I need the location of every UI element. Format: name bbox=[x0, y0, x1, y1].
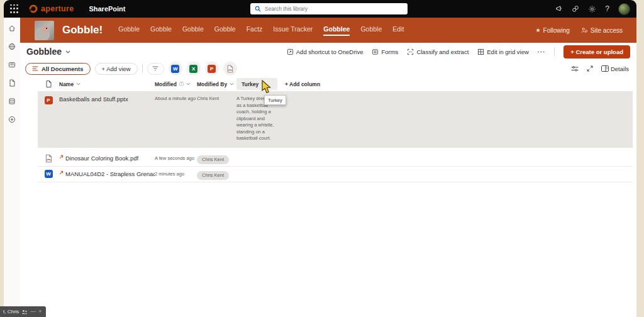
aperture-ring-icon bbox=[29, 4, 38, 13]
create-or-upload-button[interactable]: + Create or upload bbox=[564, 45, 630, 58]
info-icon: ⓘ bbox=[179, 81, 184, 87]
table-row[interactable]: W MANUAL04D2 - Strapless Grenade Launch.… bbox=[38, 167, 633, 182]
aperture-logo[interactable]: aperture bbox=[29, 4, 74, 13]
nav-item[interactable]: Factz bbox=[247, 25, 263, 36]
name-column-header[interactable]: Name bbox=[59, 81, 155, 87]
search-icon bbox=[255, 6, 261, 12]
classify-icon bbox=[407, 48, 414, 55]
forms-icon bbox=[372, 48, 379, 55]
divider bbox=[142, 64, 143, 73]
brand-name: aperture bbox=[41, 4, 74, 13]
link-icon[interactable] bbox=[572, 5, 579, 13]
nav-item[interactable]: Gobble bbox=[118, 25, 140, 36]
modified-by-column-header[interactable]: Modified By bbox=[197, 81, 236, 87]
excel-icon: X bbox=[189, 65, 197, 73]
add-column-button[interactable]: + Add column bbox=[285, 81, 345, 87]
divider bbox=[554, 47, 555, 56]
database-icon[interactable] bbox=[8, 97, 16, 105]
word-file-icon: W bbox=[45, 170, 53, 178]
nav-item[interactable]: Edit bbox=[392, 25, 404, 36]
tune-button[interactable] bbox=[571, 65, 579, 72]
site-access-button[interactable]: Site access bbox=[581, 27, 623, 34]
search-input[interactable] bbox=[265, 6, 403, 12]
home-icon[interactable] bbox=[8, 25, 16, 32]
site-header: Gobble! Gobble Gobble Gobble Gobble Fact… bbox=[20, 18, 636, 43]
add-view-button[interactable]: + Add view bbox=[95, 63, 138, 75]
call-participant-label: t, Chris bbox=[3, 309, 19, 314]
details-button[interactable]: Details bbox=[601, 65, 629, 72]
user-avatar[interactable] bbox=[618, 3, 630, 15]
classify-extract-button[interactable]: Classify and extract bbox=[407, 48, 469, 55]
modified-column-header[interactable]: Modified ⓘ bbox=[155, 81, 197, 87]
chevron-down-icon bbox=[261, 82, 265, 86]
more-actions-button[interactable]: ··· bbox=[538, 48, 546, 55]
turkey-tooltip: Turkey bbox=[264, 95, 286, 105]
document-list: Name Modified ⓘ Modified By Turkey bbox=[20, 77, 636, 182]
table-row[interactable]: Dinosaur Coloring Book.pdf A few seconds… bbox=[38, 151, 633, 167]
filter-icon bbox=[152, 66, 158, 71]
nav-item[interactable]: Gobble bbox=[182, 25, 204, 36]
powerpoint-icon: P bbox=[208, 65, 216, 73]
file-name[interactable]: MANUAL04D2 - Strapless Grenade Launch... bbox=[59, 170, 155, 177]
modified-by-pill[interactable]: Chris Kent bbox=[197, 171, 229, 180]
help-icon[interactable]: ? bbox=[605, 5, 609, 13]
add-circle-icon[interactable] bbox=[8, 116, 16, 123]
forms-button[interactable]: Forms bbox=[372, 48, 398, 55]
word-icon: W bbox=[171, 65, 179, 73]
table-row[interactable]: P Basketballs and Stuff.pptx About a min… bbox=[38, 91, 633, 148]
modified-by-pill[interactable]: Chris Kent bbox=[197, 155, 229, 164]
sharepoint-window: aperture SharePoint ? bbox=[4, 0, 636, 317]
globe-icon[interactable] bbox=[8, 43, 16, 50]
modified-value: 2 minutes ago bbox=[155, 171, 197, 177]
grid-view-button[interactable]: Edit in grid view bbox=[477, 48, 529, 55]
pdf-template-button[interactable] bbox=[223, 62, 237, 75]
details-pane-icon bbox=[601, 65, 609, 72]
minimize-button[interactable]: — bbox=[30, 309, 36, 314]
feedback-megaphone-icon[interactable] bbox=[555, 5, 563, 13]
chevron-down-icon bbox=[65, 50, 70, 53]
nav-item[interactable]: Gobble bbox=[214, 25, 236, 36]
expand-icon bbox=[587, 65, 593, 72]
library-title[interactable]: Gobblee bbox=[26, 47, 70, 57]
grid-icon bbox=[477, 48, 484, 55]
site-title[interactable]: Gobble! bbox=[62, 24, 103, 36]
nav-item[interactable]: Issue Tracker bbox=[273, 25, 313, 36]
call-overlay[interactable]: t, Chris — + bbox=[0, 306, 46, 317]
following-button[interactable]: ★ Following bbox=[536, 27, 570, 34]
search-box[interactable] bbox=[250, 3, 408, 14]
pdf-file-icon bbox=[45, 154, 53, 163]
page-icon bbox=[45, 80, 52, 88]
file-name[interactable]: Basketballs and Stuff.pptx bbox=[59, 96, 155, 103]
document-icon[interactable] bbox=[9, 79, 16, 87]
file-type-column[interactable] bbox=[38, 80, 59, 88]
nav-item-active[interactable]: Gobblee bbox=[323, 25, 350, 36]
nav-item[interactable]: Gobble bbox=[360, 25, 382, 36]
nav-item[interactable]: Gobble bbox=[150, 25, 172, 36]
sliders-icon bbox=[571, 65, 579, 72]
command-bar: All Documents + Add view W X P bbox=[20, 60, 636, 77]
add-button[interactable]: + bbox=[38, 309, 42, 314]
app-launcher-icon[interactable] bbox=[10, 4, 19, 14]
modified-value: About a minute ago bbox=[155, 96, 197, 101]
settings-gear-icon[interactable] bbox=[588, 5, 596, 13]
new-badge-icon bbox=[59, 155, 64, 159]
word-template-button[interactable]: W bbox=[169, 62, 182, 75]
product-name: SharePoint bbox=[89, 5, 125, 13]
excel-template-button[interactable]: X bbox=[187, 62, 201, 75]
new-badge-icon bbox=[59, 170, 64, 175]
news-icon[interactable] bbox=[8, 61, 16, 69]
site-logo[interactable] bbox=[35, 21, 54, 40]
fullscreen-button[interactable] bbox=[587, 65, 593, 72]
filters-button[interactable] bbox=[147, 63, 164, 75]
table-header: Name Modified ⓘ Modified By Turkey bbox=[38, 77, 633, 91]
shortcut-icon bbox=[287, 48, 294, 55]
chevron-down-icon bbox=[230, 82, 234, 86]
file-name[interactable]: Dinosaur Coloring Book.pdf bbox=[59, 155, 155, 162]
turkey-column-header[interactable]: Turkey bbox=[236, 78, 277, 90]
view-selector[interactable]: All Documents bbox=[25, 63, 91, 75]
add-shortcut-button[interactable]: Add shortcut to OneDrive bbox=[287, 48, 364, 55]
modified-by-value[interactable]: Chris Kent bbox=[197, 96, 236, 101]
powerpoint-template-button[interactable]: P bbox=[205, 62, 219, 75]
app-rail bbox=[4, 18, 20, 317]
list-icon bbox=[32, 66, 38, 71]
